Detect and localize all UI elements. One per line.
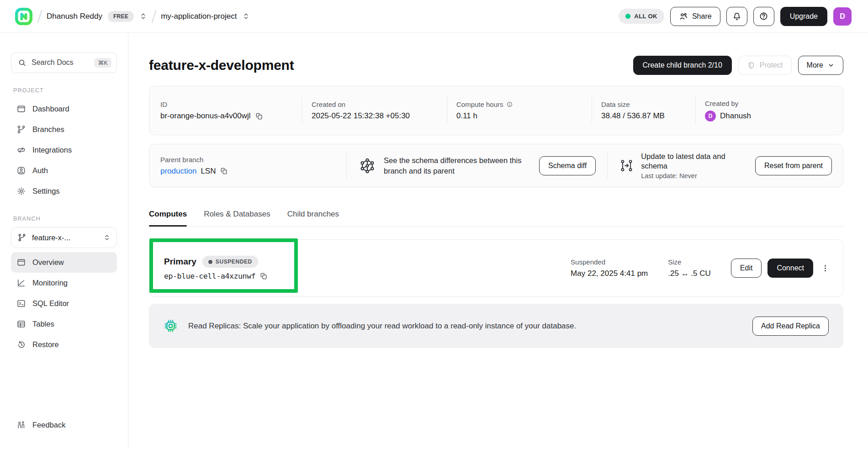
compute-identity: Primary SUSPENDED ep-blue-cell-a4xzunwf	[164, 256, 268, 280]
branch-icon	[17, 233, 26, 242]
sidebar-item-overview[interactable]: Overview	[11, 252, 117, 273]
share-button[interactable]: Share	[670, 7, 720, 26]
info-field-created-on: Created on 2025-05-22 15:32:38 +05:30	[302, 97, 447, 124]
search-shortcut: ⌘K	[94, 58, 111, 68]
question-icon	[759, 11, 768, 21]
branch-selector[interactable]: feature-x-...	[11, 227, 117, 248]
compute-name: Primary	[164, 257, 196, 267]
tab-child-branches[interactable]: Child branches	[287, 210, 339, 226]
dashboard-icon	[16, 104, 26, 114]
copy-icon[interactable]	[255, 112, 264, 121]
edit-compute-button[interactable]: Edit	[731, 259, 762, 278]
create-child-branch-button[interactable]: Create child branch 2/10	[633, 56, 732, 75]
field-label: Size	[668, 258, 711, 266]
created-on-value: 2025-05-22 15:32:38 +05:30	[312, 111, 447, 121]
info-field-compute-hours: Compute hours 0.11 h	[447, 97, 592, 124]
chevron-updown-icon	[139, 12, 147, 20]
branch-icon	[16, 125, 26, 134]
copy-icon[interactable]	[259, 272, 268, 280]
add-read-replica-button[interactable]: Add Read Replica	[752, 317, 829, 336]
app-window: Dhanush Reddy FREE my-application-projec…	[0, 0, 868, 449]
search-docs-input[interactable]: Search Docs ⌘K	[11, 52, 117, 73]
branch-id-value: br-orange-bonus-a4v00wjl	[160, 111, 251, 121]
project-name: my-application-project	[161, 12, 237, 21]
sidebar-item-integrations[interactable]: Integrations	[11, 140, 117, 160]
share-button-label: Share	[692, 12, 712, 21]
help-button[interactable]	[753, 7, 774, 26]
compute-hours-value: 0.11 h	[456, 111, 592, 121]
more-button[interactable]: More	[798, 56, 843, 75]
read-replicas-panel: Read Replicas: Scale your application by…	[149, 304, 843, 348]
sidebar-item-label: Feedback	[32, 421, 65, 429]
upgrade-button[interactable]: Upgrade	[780, 7, 827, 26]
schema-diff-description: See the schema differences between this …	[384, 155, 529, 176]
parent-branch-link[interactable]: production	[160, 167, 196, 176]
more-button-label: More	[807, 61, 823, 69]
breadcrumb-project[interactable]: my-application-project	[161, 12, 250, 21]
compute-status-label: SUSPENDED	[216, 259, 252, 265]
sidebar-item-restore[interactable]: Restore	[11, 334, 117, 355]
compute-size-field: Size .25 ↔ .5 CU	[668, 255, 711, 281]
chevron-down-icon	[827, 62, 835, 69]
notifications-button[interactable]	[726, 7, 747, 26]
sidebar-item-label: Settings	[32, 187, 60, 195]
divider	[607, 153, 608, 179]
parent-branch-bar: Parent branch production LSN See the sch…	[149, 144, 843, 187]
sidebar-item-sql-editor[interactable]: SQL Editor	[11, 293, 117, 314]
compute-row: Primary SUSPENDED ep-blue-cell-a4xzunwf	[149, 239, 843, 297]
search-icon	[18, 58, 26, 67]
branch-tabs: Computes Roles & Databases Child branche…	[149, 210, 843, 227]
bell-icon	[732, 12, 741, 21]
plan-badge: FREE	[108, 11, 134, 22]
chevron-updown-icon	[242, 12, 250, 20]
sidebar-item-label: SQL Editor	[32, 299, 69, 308]
read-replicas-description: Read Replicas: Scale your application by…	[188, 322, 576, 331]
last-update-text: Last update: Never	[641, 172, 749, 180]
sidebar-item-label: Branches	[32, 125, 64, 134]
chart-icon	[16, 278, 26, 288]
table-icon	[16, 319, 26, 329]
reset-from-parent-button[interactable]: Reset from parent	[755, 156, 832, 175]
field-label: Parent branch	[160, 156, 346, 164]
field-label: Created by	[705, 100, 751, 107]
search-placeholder: Search Docs	[32, 58, 74, 67]
shield-icon	[747, 61, 756, 70]
info-icon[interactable]	[506, 101, 513, 108]
neon-logo-icon[interactable]	[15, 7, 33, 26]
info-field-id: ID br-orange-bonus-a4v00wjl	[160, 97, 302, 124]
sidebar-item-label: Tables	[32, 320, 54, 328]
compute-status-badge: SUSPENDED	[202, 256, 258, 268]
sidebar-item-auth[interactable]: Auth	[11, 160, 117, 181]
kebab-menu-icon[interactable]	[819, 259, 831, 278]
sidebar-item-tables[interactable]: Tables	[11, 314, 117, 334]
sidebar-item-settings[interactable]: Settings	[11, 181, 117, 201]
info-field-data-size: Data size 38.48 / 536.87 MB	[592, 97, 695, 124]
breadcrumb-org[interactable]: Dhanush Reddy FREE	[47, 11, 147, 22]
compute-suspended-field: Suspended May 22, 2025 4:41 pm	[571, 255, 648, 281]
tab-computes[interactable]: Computes	[149, 210, 187, 226]
field-label: Suspended	[571, 258, 648, 266]
lsn-label: LSN	[201, 167, 216, 176]
sidebar-item-label: Auth	[32, 166, 48, 175]
status-badge[interactable]: ALL OK	[619, 9, 664, 24]
tab-roles-databases[interactable]: Roles & Databases	[204, 210, 270, 226]
field-label: ID	[160, 100, 302, 108]
sidebar-item-branches[interactable]: Branches	[11, 119, 117, 140]
creator-name: Dhanush	[720, 111, 751, 121]
org-name: Dhanush Reddy	[47, 12, 102, 21]
field-label: Data size	[601, 100, 695, 108]
schema-diff-button[interactable]: Schema diff	[539, 156, 596, 175]
sidebar-item-feedback[interactable]: Feedback	[11, 415, 117, 435]
connect-button[interactable]: Connect	[767, 259, 813, 278]
status-dot-icon	[208, 260, 212, 264]
sidebar-item-monitoring[interactable]: Monitoring	[11, 273, 117, 293]
endpoint-id: ep-blue-cell-a4xzunwf	[164, 272, 255, 280]
field-label: Compute hours	[456, 100, 503, 108]
status-dot-icon	[625, 14, 630, 19]
field-label: Created on	[312, 100, 447, 108]
divider	[346, 153, 347, 179]
sidebar-item-dashboard[interactable]: Dashboard	[11, 99, 117, 119]
reset-branch-icon	[619, 158, 634, 173]
copy-icon[interactable]	[220, 167, 228, 175]
user-avatar[interactable]: D	[833, 7, 852, 26]
